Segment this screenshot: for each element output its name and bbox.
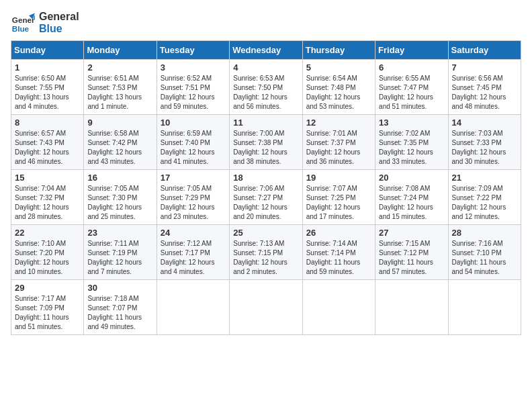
daylight-label: Daylight: 12 hours and 48 minutes. (452, 93, 506, 110)
day-info: Sunrise: 7:08 AM Sunset: 7:24 PM Dayligh… (379, 184, 444, 222)
daylight-label: Daylight: 12 hours and 20 minutes. (233, 203, 287, 220)
day-number: 17 (161, 173, 226, 183)
sunrise-label: Sunrise: 6:57 AM (15, 130, 66, 137)
sunset-label: Sunset: 7:07 PM (87, 304, 137, 312)
logo: General Blue General Blue (11, 11, 79, 35)
calendar-week-row: 15 Sunrise: 7:04 AM Sunset: 7:32 PM Dayl… (11, 170, 521, 225)
sunset-label: Sunset: 7:24 PM (379, 194, 429, 201)
calendar-cell: 9 Sunrise: 6:58 AM Sunset: 7:42 PM Dayli… (84, 115, 157, 170)
daylight-label: Daylight: 12 hours and 36 minutes. (306, 148, 361, 165)
day-number: 18 (233, 173, 298, 183)
daylight-label: Daylight: 12 hours and 12 minutes. (452, 203, 506, 220)
calendar-week-row: 22 Sunrise: 7:10 AM Sunset: 7:20 PM Dayl… (11, 225, 521, 280)
day-number: 19 (306, 173, 371, 183)
sunset-label: Sunset: 7:47 PM (379, 84, 429, 91)
day-info: Sunrise: 7:12 AM Sunset: 7:17 PM Dayligh… (161, 239, 226, 277)
calendar-cell: 29 Sunrise: 7:17 AM Sunset: 7:09 PM Dayl… (11, 280, 84, 335)
calendar-cell: 6 Sunrise: 6:55 AM Sunset: 7:47 PM Dayli… (375, 60, 448, 115)
calendar-cell: 16 Sunrise: 7:05 AM Sunset: 7:30 PM Dayl… (84, 170, 157, 225)
calendar-cell: 24 Sunrise: 7:12 AM Sunset: 7:17 PM Dayl… (157, 225, 229, 280)
sunrise-label: Sunrise: 7:17 AM (15, 295, 66, 302)
sunrise-label: Sunrise: 6:53 AM (233, 75, 284, 82)
calendar-cell: 17 Sunrise: 7:05 AM Sunset: 7:29 PM Dayl… (157, 170, 229, 225)
daylight-label: Daylight: 12 hours and 17 minutes. (306, 203, 361, 220)
day-info: Sunrise: 7:10 AM Sunset: 7:20 PM Dayligh… (15, 239, 80, 277)
logo-icon: General Blue (11, 11, 35, 35)
day-number: 20 (379, 173, 444, 183)
sunset-label: Sunset: 7:35 PM (379, 139, 429, 146)
calendar-cell: 28 Sunrise: 7:16 AM Sunset: 7:10 PM Dayl… (448, 225, 521, 280)
day-number: 6 (379, 62, 444, 73)
sunset-label: Sunset: 7:19 PM (87, 249, 137, 257)
sunrise-label: Sunrise: 7:16 AM (452, 240, 503, 247)
daylight-label: Daylight: 12 hours and 56 minutes. (233, 93, 287, 110)
calendar-cell: 22 Sunrise: 7:10 AM Sunset: 7:20 PM Dayl… (11, 225, 84, 280)
calendar-week-row: 29 Sunrise: 7:17 AM Sunset: 7:09 PM Dayl… (11, 280, 521, 335)
calendar-week-row: 8 Sunrise: 6:57 AM Sunset: 7:43 PM Dayli… (11, 115, 521, 170)
calendar-cell: 5 Sunrise: 6:54 AM Sunset: 7:48 PM Dayli… (302, 60, 375, 115)
day-info: Sunrise: 7:05 AM Sunset: 7:30 PM Dayligh… (87, 184, 152, 222)
sunrise-label: Sunrise: 7:02 AM (379, 130, 430, 137)
daylight-label: Daylight: 11 hours and 57 minutes. (379, 259, 433, 275)
sunrise-label: Sunrise: 7:06 AM (233, 185, 284, 192)
day-info: Sunrise: 7:03 AM Sunset: 7:33 PM Dayligh… (452, 129, 517, 167)
daylight-label: Daylight: 12 hours and 15 minutes. (379, 203, 433, 220)
daylight-label: Daylight: 11 hours and 49 minutes. (87, 314, 142, 330)
calendar-cell: 14 Sunrise: 7:03 AM Sunset: 7:33 PM Dayl… (448, 115, 521, 170)
calendar-cell: 19 Sunrise: 7:07 AM Sunset: 7:25 PM Dayl… (302, 170, 375, 225)
daylight-label: Daylight: 12 hours and 51 minutes. (379, 93, 433, 110)
sunset-label: Sunset: 7:45 PM (452, 84, 502, 91)
daylight-label: Daylight: 13 hours and 4 minutes. (15, 93, 69, 110)
daylight-label: Daylight: 12 hours and 41 minutes. (161, 148, 215, 165)
logo-line2: Blue (39, 23, 79, 35)
calendar-table: SundayMondayTuesdayWednesdayThursdayFrid… (11, 40, 521, 335)
logo-line1: General (39, 11, 79, 23)
sunrise-label: Sunrise: 7:03 AM (452, 130, 503, 137)
calendar-cell: 27 Sunrise: 7:15 AM Sunset: 7:12 PM Dayl… (375, 225, 448, 280)
daylight-label: Daylight: 12 hours and 43 minutes. (87, 148, 142, 165)
sunset-label: Sunset: 7:20 PM (15, 249, 64, 257)
sunset-label: Sunset: 7:51 PM (161, 84, 210, 91)
day-info: Sunrise: 7:17 AM Sunset: 7:09 PM Dayligh… (15, 294, 80, 332)
sunset-label: Sunset: 7:48 PM (306, 84, 356, 91)
sunrise-label: Sunrise: 7:07 AM (306, 185, 357, 192)
day-number: 30 (87, 283, 152, 293)
sunrise-label: Sunrise: 7:15 AM (379, 240, 430, 247)
calendar-cell (157, 280, 229, 335)
day-number: 26 (306, 228, 371, 238)
day-number: 3 (161, 62, 226, 73)
day-number: 23 (87, 228, 152, 238)
daylight-label: Daylight: 11 hours and 51 minutes. (15, 314, 69, 330)
sunrise-label: Sunrise: 7:00 AM (233, 130, 284, 137)
day-number: 16 (87, 173, 152, 183)
calendar-cell (230, 280, 302, 335)
day-info: Sunrise: 7:14 AM Sunset: 7:14 PM Dayligh… (306, 239, 371, 277)
sunset-label: Sunset: 7:22 PM (452, 194, 502, 201)
day-info: Sunrise: 7:13 AM Sunset: 7:15 PM Dayligh… (233, 239, 298, 277)
daylight-label: Daylight: 12 hours and 33 minutes. (379, 148, 433, 165)
day-info: Sunrise: 7:02 AM Sunset: 7:35 PM Dayligh… (379, 129, 444, 167)
day-info: Sunrise: 6:51 AM Sunset: 7:53 PM Dayligh… (87, 74, 152, 111)
sunrise-label: Sunrise: 7:14 AM (306, 240, 357, 247)
sunset-label: Sunset: 7:10 PM (452, 249, 502, 257)
day-number: 25 (233, 228, 298, 238)
sunset-label: Sunset: 7:37 PM (306, 139, 356, 146)
daylight-label: Daylight: 11 hours and 59 minutes. (306, 259, 361, 275)
day-number: 24 (161, 228, 226, 238)
day-info: Sunrise: 7:11 AM Sunset: 7:19 PM Dayligh… (87, 239, 152, 277)
calendar-cell (448, 280, 521, 335)
sunset-label: Sunset: 7:42 PM (87, 139, 137, 146)
daylight-label: Daylight: 13 hours and 1 minute. (87, 93, 142, 110)
sunrise-label: Sunrise: 6:50 AM (15, 75, 66, 82)
sunrise-label: Sunrise: 7:05 AM (161, 185, 212, 192)
calendar-cell: 30 Sunrise: 7:18 AM Sunset: 7:07 PM Dayl… (84, 280, 157, 335)
sunset-label: Sunset: 7:17 PM (161, 249, 210, 257)
day-number: 4 (233, 62, 298, 73)
day-info: Sunrise: 7:01 AM Sunset: 7:37 PM Dayligh… (306, 129, 371, 167)
sunrise-label: Sunrise: 6:52 AM (161, 75, 212, 82)
sunrise-label: Sunrise: 7:13 AM (233, 240, 284, 247)
sunrise-label: Sunrise: 6:59 AM (161, 130, 212, 137)
day-info: Sunrise: 6:54 AM Sunset: 7:48 PM Dayligh… (306, 74, 371, 111)
sunrise-label: Sunrise: 6:56 AM (452, 75, 503, 82)
sunset-label: Sunset: 7:32 PM (15, 194, 64, 201)
